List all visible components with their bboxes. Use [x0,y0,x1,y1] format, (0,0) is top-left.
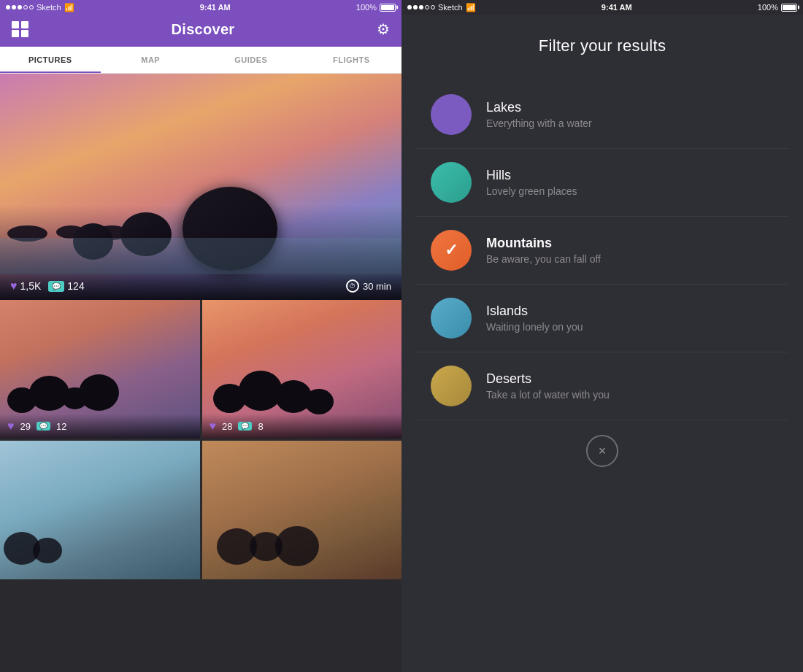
filter-item-lakes[interactable]: Lakes Everything with a water [416,81,788,149]
filter-desc-hills: Lovely green places [486,185,774,197]
grid-sq-3 [12,30,19,37]
filter-item-hills[interactable]: Hills Lovely green places [416,149,788,217]
tab-pictures[interactable]: PICTURES [0,47,101,73]
time-text: 30 min [363,281,391,292]
photo-cell-4[interactable] [202,441,402,579]
status-bar-right: Sketch 📶 9:41 AM 100% [402,0,803,15]
status-bar-left: Sketch 📶 9:41 AM 100% [0,0,402,15]
right-panel: Sketch 📶 9:41 AM 100% Filter your result… [402,0,803,672]
grid-icon[interactable] [12,21,29,37]
filter-text-islands: Islands Waiting lonely on you [486,304,774,333]
photo-cell-2[interactable]: ♥ 28 💬 8 [202,300,402,439]
circle-islands [431,298,472,339]
signal-dots-right [407,5,435,9]
circle-deserts [431,366,472,406]
dot-5 [29,5,34,9]
wifi-icon-right: 📶 [466,3,476,12]
filter-name-mountains: Mountains [486,236,774,251]
filter-text-deserts: Deserts Take a lot of water with you [486,371,774,401]
filter-name-deserts: Deserts [486,371,774,387]
stat-group-left: ♥ 1,5K 💬 124 [10,279,85,293]
battery-percent-right: 100% [758,3,778,12]
comments-2: 8 [258,421,263,432]
grid-sq-2 [21,21,28,28]
close-icon: × [599,444,607,459]
rdot-2 [413,5,418,9]
like-number: 1,5K [20,280,42,292]
filter-text-lakes: Lakes Everything with a water [486,100,774,129]
dot-1 [6,5,10,9]
rdot-1 [407,5,412,9]
carrier-group: Sketch 📶 [6,3,74,12]
tab-guides[interactable]: GUIDES [201,47,301,73]
comment-number: 124 [67,280,84,292]
photo-cell-1[interactable]: ♥ 29 💬 12 [0,300,200,439]
filter-title: Filter your results [539,36,666,55]
tab-bar: PICTURES MAP GUIDES FLIGHTS [0,47,402,74]
gear-icon[interactable]: ⚙ [377,20,390,38]
tab-flights[interactable]: FLIGHTS [301,47,402,73]
status-time-left: 9:41 AM [200,3,231,12]
battery-icon-left [380,4,396,12]
rdot-3 [419,5,423,9]
rdot-4 [425,5,429,9]
status-time-right: 9:41 AM [602,3,632,12]
checkmark-icon: ✓ [445,241,458,260]
filter-desc-deserts: Take a lot of water with you [486,389,774,401]
time-stat: ⏱ 30 min [346,279,391,293]
dot-2 [12,5,16,9]
rdot-5 [431,5,435,9]
likes-1: 29 [20,421,31,432]
hero-stats: ♥ 1,5K 💬 124 ⏱ 30 min [0,272,402,300]
app-header: Discover ⚙ [0,15,402,47]
tab-map[interactable]: MAP [101,47,201,73]
grid-sq-4 [21,30,28,37]
photo-stats-2: ♥ 28 💬 8 [202,414,402,439]
filter-list: Lakes Everything with a water Hills Love… [416,81,788,420]
like-count: ♥ 1,5K [10,279,41,293]
comments-1: 12 [56,421,66,432]
filter-desc-islands: Waiting lonely on you [486,321,774,333]
heart-icon-1: ♥ [7,420,15,433]
filter-text-mountains: Mountains Be aware, you can fall off [486,236,774,265]
grid-sq-1 [12,21,19,28]
page-title: Discover [172,21,235,38]
battery-fill-right [783,5,796,10]
likes-2: 28 [222,421,232,432]
filter-item-mountains[interactable]: ✓ Mountains Be aware, you can fall off [416,217,788,285]
close-button-container: × [586,420,618,489]
photo-cell-3[interactable] [0,441,200,579]
content-area: ♥ 1,5K 💬 124 ⏱ 30 min [0,74,402,672]
signal-dots [6,5,34,9]
filter-item-deserts[interactable]: Deserts Take a lot of water with you [416,352,788,420]
filter-item-islands[interactable]: Islands Waiting lonely on you [416,285,788,352]
left-panel: Sketch 📶 9:41 AM 100% Discover ⚙ PICTURE… [0,0,402,672]
heart-icon-2: ♥ [210,420,217,433]
chat-icon: 💬 [48,281,64,292]
filter-name-hills: Hills [486,168,774,183]
battery-group-right: 100% [758,3,797,12]
dot-3 [18,5,22,9]
circle-hills [431,162,472,203]
photo-grid: ♥ 29 💬 12 ♥ 28 💬 8 [0,300,402,579]
carrier-name: Sketch [36,3,61,12]
filter-desc-mountains: Be aware, you can fall off [486,253,774,265]
chat-icon-2: 💬 [238,422,252,430]
wifi-icon: 📶 [64,3,74,12]
close-button[interactable]: × [586,435,618,467]
hero-image[interactable]: ♥ 1,5K 💬 124 ⏱ 30 min [0,74,402,300]
filter-text-hills: Hills Lovely green places [486,168,774,197]
filter-name-islands: Islands [486,304,774,319]
clock-icon: ⏱ [346,279,359,293]
filter-desc-lakes: Everything with a water [486,117,774,129]
chat-icon-1: 💬 [36,422,50,430]
battery-group-left: 100% [356,3,396,12]
heart-icon: ♥ [10,279,18,293]
carrier-group-right: Sketch 📶 [407,3,476,12]
carrier-name-right: Sketch [438,3,463,12]
photo-stats-1: ♥ 29 💬 12 [0,414,200,439]
battery-fill-left [381,5,394,10]
filter-panel: Filter your results Lakes Everything wit… [402,15,803,672]
dot-4 [23,5,28,9]
circle-mountains: ✓ [431,230,472,271]
